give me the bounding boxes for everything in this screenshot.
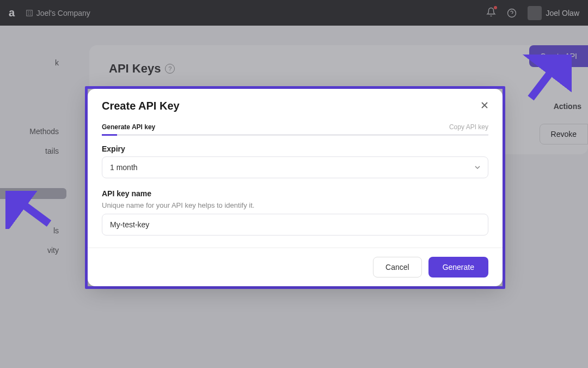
modal-body: Expiry 1 month API key name Unique name … <box>88 136 503 248</box>
annotation-border: Create API Key Generate API key Copy API… <box>85 86 505 289</box>
close-button[interactable] <box>481 100 488 112</box>
svg-line-12 <box>14 197 49 224</box>
expiry-select-wrap: 1 month <box>102 156 488 178</box>
generate-button[interactable]: Generate <box>428 257 488 277</box>
expiry-select[interactable]: 1 month <box>102 156 488 178</box>
api-key-name-input[interactable] <box>102 214 488 236</box>
modal-footer: Cancel Generate <box>88 248 503 286</box>
annotation-arrow-sidebar <box>5 191 54 229</box>
create-api-key-modal: Create API Key Generate API key Copy API… <box>88 89 503 286</box>
step-indicator: Generate API key Copy API key <box>88 116 503 131</box>
name-hint: Unique name for your API key helps to id… <box>102 201 488 209</box>
close-icon <box>481 101 488 109</box>
modal-title: Create API Key <box>102 100 180 112</box>
svg-line-14 <box>531 63 558 98</box>
modal-container: Create API Key Generate API key Copy API… <box>85 86 505 289</box>
step-copy: Copy API key <box>449 123 488 131</box>
cancel-button[interactable]: Cancel <box>373 257 422 277</box>
annotation-arrow-create <box>523 55 572 104</box>
name-label: API key name <box>102 189 488 198</box>
progress-track <box>102 134 488 136</box>
step-generate: Generate API key <box>102 123 155 131</box>
modal-header: Create API Key <box>88 89 503 116</box>
progress-fill <box>102 134 117 136</box>
expiry-label: Expiry <box>102 144 488 153</box>
